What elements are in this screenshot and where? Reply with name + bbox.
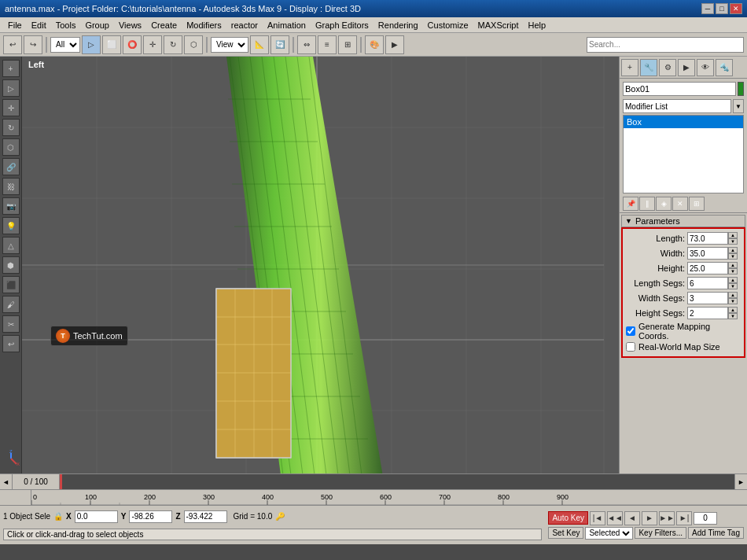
selection-filter-select[interactable]: All [50, 37, 80, 53]
params-header[interactable]: ▼ Parameters [621, 215, 745, 227]
rotate-button[interactable]: ↻ [164, 35, 182, 54]
length-spin-down[interactable]: ▼ [728, 238, 738, 245]
length-segs-spin-down[interactable]: ▼ [728, 283, 738, 289]
height-segs-spin-down[interactable]: ▼ [728, 313, 738, 319]
create-panel-btn[interactable]: + [621, 59, 638, 76]
menu-edit[interactable]: Edit [27, 20, 51, 31]
play-fwd-btn[interactable]: ► [642, 511, 657, 525]
left-btn-create[interactable]: + [2, 60, 20, 77]
maximize-button[interactable]: □ [716, 3, 728, 14]
length-segs-spin-up[interactable]: ▲ [728, 277, 738, 283]
select-region-button[interactable]: ⬜ [102, 35, 121, 54]
x-coord-input[interactable] [75, 510, 118, 523]
left-btn-select[interactable]: ▷ [2, 79, 20, 97]
menu-group[interactable]: Group [80, 20, 114, 31]
show-end-result-btn[interactable]: ‖ [639, 197, 655, 211]
left-btn-light[interactable]: 💡 [2, 217, 20, 234]
width-spin-up[interactable]: ▲ [728, 247, 738, 253]
configure-sets-btn[interactable]: ⊞ [689, 197, 705, 211]
play-back-btn[interactable]: ◄ [624, 511, 640, 525]
modify-panel-btn[interactable]: 🔧 [640, 59, 657, 76]
hierarchy-panel-btn[interactable]: ⚙ [659, 59, 676, 76]
menu-graph-editors[interactable]: Graph Editors [311, 20, 374, 31]
height-spin-down[interactable]: ▼ [728, 268, 738, 274]
left-btn-camera[interactable]: 📷 [2, 197, 20, 215]
add-time-tag-button[interactable]: Add Time Tag [688, 527, 744, 539]
timeline-track[interactable] [60, 474, 734, 489]
set-key-button[interactable]: Set Key [548, 527, 583, 539]
real-world-map-checkbox[interactable] [626, 342, 635, 352]
remove-modifier-btn[interactable]: ✕ [672, 197, 688, 211]
length-spin-up[interactable]: ▲ [728, 232, 738, 238]
minimize-button[interactable]: ─ [701, 3, 714, 14]
scale-button[interactable]: ⬡ [184, 35, 203, 54]
left-btn-paint[interactable]: 🖌 [2, 296, 20, 313]
menu-tools[interactable]: Tools [51, 20, 81, 31]
display-panel-btn[interactable]: 👁 [697, 59, 714, 76]
prev-frame-btn[interactable]: |◄ [590, 511, 605, 525]
key-filters-button[interactable]: Key Filters... [635, 527, 686, 539]
render-button[interactable]: ▶ [385, 35, 404, 54]
left-btn-unlink[interactable]: ⛓ [2, 178, 20, 195]
view-mode-select[interactable]: View [211, 37, 248, 53]
layer-button[interactable]: ⊞ [338, 35, 357, 54]
align-button[interactable]: ≡ [318, 35, 337, 54]
angle-snap[interactable]: 🔄 [270, 35, 289, 54]
utilities-panel-btn[interactable]: 🔩 [716, 59, 733, 76]
motion-panel-btn[interactable]: ▶ [678, 59, 695, 76]
menu-animation[interactable]: Animation [263, 20, 311, 31]
modifier-list-arrow[interactable]: ▼ [733, 99, 744, 113]
menu-views[interactable]: Views [114, 20, 146, 31]
pin-stack-btn[interactable]: 📌 [623, 197, 638, 211]
current-frame-input[interactable] [694, 512, 717, 525]
animation-mode-select[interactable]: Selected [585, 527, 633, 540]
menu-create[interactable]: Create [146, 20, 182, 31]
height-input[interactable] [687, 262, 728, 274]
left-btn-space[interactable]: ⬢ [2, 256, 20, 274]
generate-mapping-checkbox[interactable] [626, 326, 635, 336]
width-segs-spin-down[interactable]: ▼ [728, 298, 738, 304]
make-unique-btn[interactable]: ◈ [656, 197, 672, 211]
redo-button[interactable]: ↪ [24, 35, 42, 54]
timeline-prev-button[interactable]: ◄ [0, 474, 13, 489]
height-spin-up[interactable]: ▲ [728, 262, 738, 268]
modifier-item-box[interactable]: Box [624, 116, 743, 128]
mirror-button[interactable]: ⇔ [297, 35, 316, 54]
left-btn-link[interactable]: 🔗 [2, 158, 20, 175]
length-segs-input[interactable] [687, 277, 728, 289]
select-button[interactable]: ▷ [82, 35, 101, 54]
height-segs-spin-up[interactable]: ▲ [728, 307, 738, 313]
left-btn-bend[interactable]: ↩ [2, 335, 20, 352]
left-btn-scale[interactable]: ⬡ [2, 138, 20, 156]
left-btn-ffd[interactable]: ⬛ [2, 276, 20, 293]
next-key-btn[interactable]: ►► [659, 511, 675, 525]
auto-key-button[interactable]: Auto Key [548, 511, 588, 525]
length-input[interactable] [687, 232, 728, 245]
width-segs-input[interactable] [687, 292, 728, 304]
object-color-swatch[interactable] [738, 82, 744, 96]
menu-file[interactable]: File [3, 20, 27, 31]
material-editor[interactable]: 🎨 [365, 35, 384, 54]
menu-rendering[interactable]: Rendering [374, 20, 423, 31]
undo-button[interactable]: ↩ [3, 35, 22, 54]
y-coord-input[interactable] [129, 510, 172, 523]
menu-customize[interactable]: Customize [423, 20, 473, 31]
left-btn-move[interactable]: ✛ [2, 99, 20, 116]
left-btn-helper[interactable]: △ [2, 237, 20, 254]
menu-help[interactable]: Help [524, 20, 551, 31]
timeline-next-button[interactable]: ► [734, 474, 747, 489]
prev-key-btn[interactable]: ◄◄ [607, 511, 623, 525]
snap-toggle[interactable]: 📐 [250, 35, 269, 54]
select-circle-button[interactable]: ⭕ [123, 35, 142, 54]
height-segs-input[interactable] [687, 307, 728, 319]
left-btn-knife[interactable]: ✂ [2, 315, 20, 333]
modifier-list-dropdown[interactable]: Modifier List [623, 99, 731, 113]
menu-reactor[interactable]: reactor [226, 20, 263, 31]
width-input[interactable] [687, 247, 728, 260]
close-button[interactable]: ✕ [730, 3, 742, 14]
move-button[interactable]: ✛ [143, 35, 162, 54]
next-frame-btn[interactable]: ►| [676, 511, 692, 525]
z-coord-input[interactable] [184, 510, 227, 523]
object-name-input[interactable] [623, 82, 736, 96]
width-spin-down[interactable]: ▼ [728, 253, 738, 260]
